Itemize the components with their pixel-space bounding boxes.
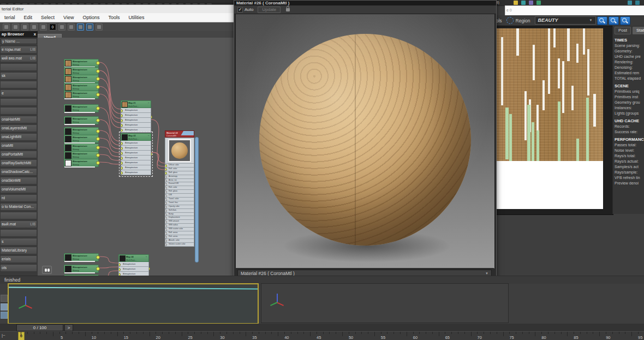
bitmap-node[interactable]: BitmaptextureBitmap — [64, 144, 99, 152]
browser-item[interactable] — [0, 63, 37, 71]
lock-icon[interactable] — [286, 8, 290, 11]
slate-toolbar-icon-3[interactable] — [31, 23, 38, 31]
zoom-fit-button[interactable] — [620, 16, 630, 25]
viewport-secondary[interactable] — [261, 283, 509, 323]
zoom-in-button[interactable] — [597, 16, 607, 25]
input-socket[interactable] — [121, 124, 123, 127]
left-mini-button-1[interactable] — [1, 295, 8, 302]
input-socket[interactable] — [165, 198, 167, 201]
input-socket[interactable] — [121, 171, 123, 175]
update-button[interactable]: Update — [258, 7, 281, 13]
input-socket[interactable] — [165, 217, 167, 220]
input-socket[interactable] — [121, 152, 123, 155]
slate-toolbar-icon-7[interactable] — [68, 23, 75, 31]
browser-item[interactable]: е горы.matLIB — [0, 46, 37, 53]
input-socket[interactable] — [121, 119, 123, 122]
output-socket[interactable] — [96, 137, 100, 141]
layers-icon[interactable] — [521, 1, 526, 5]
channel-select[interactable]: BEAUTY ▼ — [535, 16, 596, 25]
input-socket[interactable] — [165, 202, 167, 205]
collapse-icon[interactable]: − — [146, 255, 147, 258]
slate-toolbar-icon-9[interactable] — [86, 23, 93, 31]
input-socket[interactable] — [165, 183, 167, 186]
bitmap-node[interactable]: BitmaptextureBitmap — [64, 159, 99, 167]
input-socket[interactable] — [165, 228, 167, 231]
browser-item[interactable]: onaPortalMtl — [0, 151, 37, 158]
input-socket[interactable] — [121, 162, 123, 165]
browser-item[interactable]: onaVolumeMtl — [0, 186, 37, 193]
auto-checkbox[interactable]: ✓ — [237, 7, 243, 13]
input-socket[interactable] — [165, 190, 167, 194]
slate-toolbar-icon-4[interactable] — [40, 23, 47, 31]
browser-search[interactable]: y Name ... — [0, 38, 38, 45]
zoom-out-button[interactable] — [609, 16, 619, 25]
browser-item[interactable] — [0, 98, 37, 106]
tab-post[interactable]: Post — [615, 27, 631, 34]
slate-toolbar-icon-1[interactable] — [12, 23, 19, 31]
menu-item-view[interactable]: View — [59, 13, 78, 22]
browser-item[interactable]: onaLightMtl — [0, 133, 37, 141]
browser-item[interactable] — [0, 81, 37, 88]
region-button[interactable]: Region — [516, 18, 530, 23]
menu-item-select[interactable]: Select — [37, 13, 59, 22]
pan-navigator-icon[interactable] — [42, 266, 52, 274]
bitmap-node[interactable]: BitmaptextureBitmap — [64, 83, 99, 91]
input-socket[interactable] — [165, 224, 167, 228]
browser-item[interactable]: onaMtl — [0, 142, 37, 150]
output-socket[interactable] — [96, 77, 100, 81]
menu-item-terial[interactable]: terial — [0, 13, 20, 22]
multitexture-node[interactable]: Map #2MultiText...−BitmaptextureBitmapte… — [121, 133, 151, 175]
collapse-icon[interactable]: − — [148, 134, 150, 136]
slate-toolbar-icon-5[interactable]: 0 — [49, 23, 56, 31]
browser-item[interactable] — [0, 229, 37, 237]
output-socket[interactable] — [96, 93, 100, 97]
browser-item[interactable]: sk — [0, 72, 37, 80]
menu-item-tools[interactable]: Tools — [104, 13, 124, 22]
bitmap-node[interactable]: BitmaptextureBitmap — [64, 67, 99, 75]
input-socket[interactable] — [165, 194, 167, 198]
slate-toolbar-icon-2[interactable] — [21, 23, 28, 31]
input-socket[interactable] — [118, 268, 121, 271]
helix-icon[interactable] — [536, 1, 541, 5]
input-socket[interactable] — [165, 180, 167, 183]
input-socket[interactable] — [121, 147, 123, 150]
bitmap-node[interactable]: BitmaptextureBitmap — [64, 135, 99, 143]
collapse-icon[interactable]: − — [148, 102, 150, 104]
bitmap-node[interactable]: BitmaptextureBitmap — [64, 59, 99, 67]
bitmap-node[interactable]: BitmaptextureBitmap — [64, 265, 99, 273]
viewport-active[interactable] — [8, 283, 259, 324]
browser-item[interactable]: onaHairMtl — [0, 116, 37, 123]
material-icon[interactable] — [529, 1, 533, 5]
left-mini-button-3[interactable] — [1, 312, 8, 319]
input-socket[interactable] — [121, 129, 123, 132]
slate-toolbar-icon-10[interactable] — [96, 23, 103, 31]
browser-item[interactable]: onaLayeredMtl — [0, 124, 37, 132]
slate-toolbar-icon-0[interactable] — [3, 23, 10, 31]
menu-item-options[interactable]: Options — [78, 13, 104, 22]
input-socket[interactable] — [165, 220, 167, 224]
input-socket[interactable] — [165, 164, 167, 168]
input-socket[interactable] — [121, 157, 123, 160]
input-socket[interactable] — [165, 232, 167, 235]
input-socket[interactable] — [165, 213, 167, 217]
output-socket[interactable] — [96, 118, 100, 122]
output-socket[interactable] — [96, 161, 100, 165]
menu-item-edit[interactable]: Edit — [20, 13, 37, 22]
tab-stats[interactable]: Stats — [633, 27, 644, 34]
browser-item[interactable]: onaSkinMtl — [0, 177, 37, 184]
bitmap-node[interactable]: BitmaptextureBitmap — [64, 127, 99, 135]
bitmap-node[interactable]: BitmaptextureBitmap — [64, 151, 99, 159]
search-input[interactable]: y Name ... — [1, 38, 37, 44]
node-scrollbar[interactable] — [195, 137, 199, 263]
browser-item[interactable]: e — [0, 90, 37, 97]
output-socket[interactable] — [96, 106, 100, 110]
frame-number-field[interactable]: 0 / 100 — [16, 324, 63, 331]
input-socket[interactable] — [118, 263, 121, 266]
browser-item[interactable]: rd — [0, 194, 37, 202]
output-socket[interactable] — [96, 129, 100, 133]
browser-item[interactable]: MaterialLibrary — [0, 247, 37, 254]
multitexture-node[interactable]: Map #4MultiText...−BitmaptextureBitmapte… — [118, 254, 149, 276]
browser-item[interactable]: вый.matLIB — [0, 220, 37, 228]
browser-item[interactable]: onaRaySwitchMtl — [0, 159, 37, 167]
output-socket[interactable] — [96, 69, 100, 73]
